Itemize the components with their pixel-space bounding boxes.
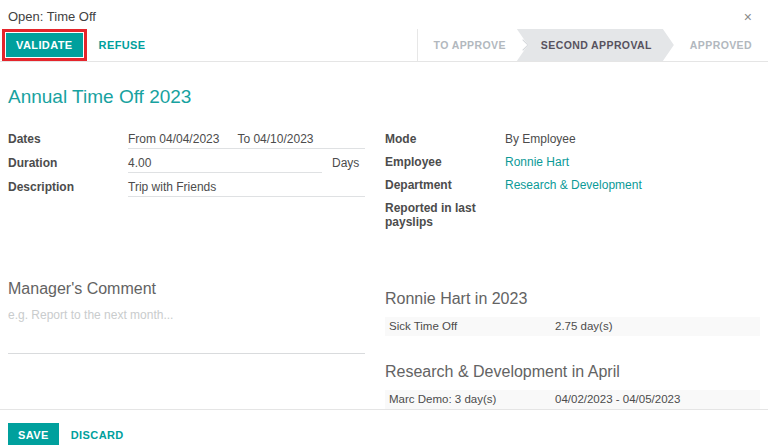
field-label-reported: Reported in last payslips: [385, 201, 505, 229]
duration-input[interactable]: 4.00: [128, 156, 322, 173]
discard-button[interactable]: DISCARD: [71, 429, 124, 441]
field-duration: Duration 4.00 Days: [8, 156, 365, 173]
field-mode: Mode By Employee: [385, 132, 760, 148]
duration-unit: Days: [332, 156, 359, 170]
stage-second-approval[interactable]: SECOND APPROVAL: [517, 29, 674, 61]
field-label-dates: Dates: [8, 132, 128, 146]
field-description: Description Trip with Friends: [8, 180, 365, 197]
stage-to-approve[interactable]: TO APPROVE: [418, 29, 522, 61]
mode-value: By Employee: [505, 132, 760, 148]
summary-row-value: 2.75 day(s): [555, 320, 756, 332]
refuse-button[interactable]: REFUSE: [99, 39, 146, 51]
field-label-mode: Mode: [385, 132, 505, 146]
summary-row-label: Sick Time Off: [389, 320, 555, 332]
field-label-employee: Employee: [385, 155, 505, 169]
form-sheet: Annual Time Off 2023 Dates From 04/04/20…: [0, 62, 768, 409]
summary-row: Sick Time Off 2.75 day(s): [385, 317, 760, 336]
modal-footer: SAVE DISCARD: [0, 409, 768, 445]
field-label-duration: Duration: [8, 156, 128, 170]
summary-row-label: Marc Demo: 3 day(s): [389, 393, 555, 405]
lower-section: Manager's Comment Ronnie Hart in 2023 Si…: [8, 280, 760, 409]
employee-summary-block: Ronnie Hart in 2023 Sick Time Off 2.75 d…: [385, 290, 760, 336]
manager-comment-title: Manager's Comment: [8, 280, 365, 298]
date-to-label: To: [237, 132, 250, 146]
record-title: Annual Time Off 2023: [8, 86, 760, 108]
save-button[interactable]: SAVE: [8, 423, 59, 445]
dates-value: From 04/04/2023To 04/10/2023: [128, 132, 365, 149]
field-dates: Dates From 04/04/2023To 04/10/2023: [8, 132, 365, 149]
department-summary-block: Research & Development in April Marc Dem…: [385, 363, 760, 409]
field-label-description: Description: [8, 180, 128, 194]
manager-comment-input[interactable]: [8, 308, 365, 354]
summaries-panel: Ronnie Hart in 2023 Sick Time Off 2.75 d…: [365, 280, 760, 409]
employee-summary-title: Ronnie Hart in 2023: [385, 290, 760, 308]
stage-approved[interactable]: APPROVED: [674, 29, 768, 61]
field-label-department: Department: [385, 178, 505, 192]
statusbar: TO APPROVE SECOND APPROVAL APPROVED: [417, 29, 768, 61]
annotation-highlight-box: VALIDATE: [2, 29, 87, 61]
manager-comment-section: Manager's Comment: [8, 280, 365, 409]
statusbar-toolbar: VALIDATE REFUSE TO APPROVE SECOND APPROV…: [0, 29, 768, 62]
modal-title: Open: Time Off: [8, 9, 96, 24]
department-link[interactable]: Research & Development: [505, 178, 760, 194]
field-employee: Employee Ronnie Hart: [385, 155, 760, 171]
form-fields: Dates From 04/04/2023To 04/10/2023 Durat…: [8, 132, 760, 236]
toolbar-actions: VALIDATE REFUSE: [0, 29, 146, 61]
form-left-column: Dates From 04/04/2023To 04/10/2023 Durat…: [8, 132, 365, 236]
department-summary-title: Research & Development in April: [385, 363, 760, 381]
date-from-label: From: [128, 132, 156, 146]
close-icon[interactable]: ×: [740, 9, 756, 25]
summary-row: Marc Demo: 3 day(s) 04/02/2023 - 04/05/2…: [385, 390, 760, 409]
field-department: Department Research & Development: [385, 178, 760, 194]
date-to-input[interactable]: 04/10/2023: [253, 132, 313, 146]
modal-header: Open: Time Off ×: [0, 0, 768, 29]
time-off-modal: Open: Time Off × VALIDATE REFUSE TO APPR…: [0, 0, 768, 445]
description-input[interactable]: Trip with Friends: [128, 180, 365, 197]
employee-link[interactable]: Ronnie Hart: [505, 155, 760, 171]
summary-row-value: 04/02/2023 - 04/05/2023: [555, 393, 756, 405]
form-right-column: Mode By Employee Employee Ronnie Hart De…: [365, 132, 760, 236]
validate-button[interactable]: VALIDATE: [6, 33, 83, 57]
date-from-input[interactable]: 04/04/2023: [159, 132, 219, 146]
field-reported-payslips: Reported in last payslips: [385, 201, 760, 229]
